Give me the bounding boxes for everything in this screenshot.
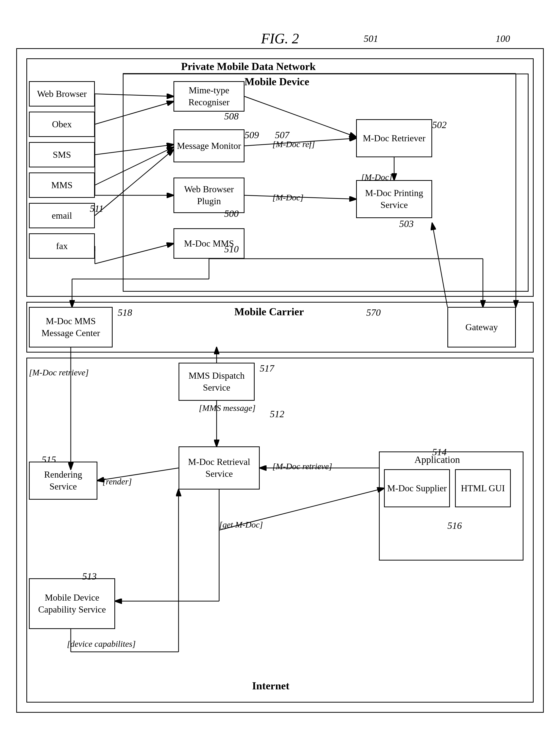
ref-570: 570 <box>366 307 381 318</box>
mdoc-ref-label-1: [M-Doc ref] <box>273 140 315 149</box>
ref-508: 508 <box>224 110 239 122</box>
ref-512: 512 <box>270 408 284 420</box>
rendering-service-box: Rendering Service <box>29 462 97 500</box>
ref-501: 501 <box>364 33 378 44</box>
web-browser-box: Web Browser <box>29 81 95 106</box>
mdoc-retrieval-box: M-Doc Retrieval Service <box>179 446 260 489</box>
mms-message-label: [MMS message] <box>199 403 256 413</box>
mdoc-mms-center-box: M-Doc MMS Message Center <box>29 307 113 347</box>
application-title: Application <box>415 454 460 465</box>
private-network-title: Private Mobile Data Network <box>181 60 316 73</box>
ref-100: 100 <box>496 33 510 44</box>
web-browser-plugin-box: Web Browser Plugin <box>174 178 244 213</box>
get-mdoc-label: [get M-Doc] <box>219 520 263 530</box>
ref-509: 509 <box>244 129 259 141</box>
mms-dispatch-box: MMS Dispatch Service <box>179 363 255 401</box>
ref-502: 502 <box>432 119 447 130</box>
email-box: email <box>29 203 95 228</box>
device-capabilities-label: [device capabilites] <box>67 639 136 649</box>
obex-box: Obex <box>29 112 95 137</box>
fax-box: fax <box>29 234 95 259</box>
message-monitor-box: Message Monitor <box>174 129 244 162</box>
mobile-device-title: Mobile Device <box>244 76 309 88</box>
mdoc-label-2: [M-Doc] <box>273 193 304 202</box>
ref-503: 503 <box>399 218 414 229</box>
ref-518: 518 <box>118 307 132 318</box>
mdoc-printing-box: M-Doc Printing Service <box>356 180 432 218</box>
mdoc-retrieve-label-2: [M-Doc retrieve] <box>273 462 332 471</box>
ref-500: 500 <box>224 208 239 219</box>
ref-516: 516 <box>447 520 462 531</box>
ref-517: 517 <box>260 363 274 374</box>
page: 501 100 Private Mobile Data Network Mobi… <box>0 0 560 750</box>
mms-box: MMS <box>29 173 95 198</box>
ref-511: 511 <box>90 203 103 214</box>
html-gui-box: HTML GUI <box>455 469 511 507</box>
figure-caption: FIG. 2 <box>16 31 544 47</box>
mobile-carrier-title: Mobile Carrier <box>234 306 304 318</box>
mdoc-retrieve-label-1: [M-Doc retrieve] <box>29 368 89 378</box>
internet-title: Internet <box>252 680 289 692</box>
mdoc-supplier-box: M-Doc Supplier <box>384 469 450 507</box>
diagram-area: 501 100 Private Mobile Data Network Mobi… <box>16 31 544 47</box>
ref-513: 513 <box>82 571 97 582</box>
ref-510: 510 <box>224 243 239 255</box>
gateway-box: Gateway <box>447 307 516 347</box>
mobile-device-capability-box: Mobile Device Capability Service <box>29 578 115 629</box>
sms-box: SMS <box>29 142 95 167</box>
mdoc-retriever-box: M-Doc Retriever <box>356 119 432 157</box>
ref-507: 507 <box>275 129 289 141</box>
mime-type-box: Mime-type Recogniser <box>174 81 244 112</box>
render-label: [render] <box>102 477 132 486</box>
